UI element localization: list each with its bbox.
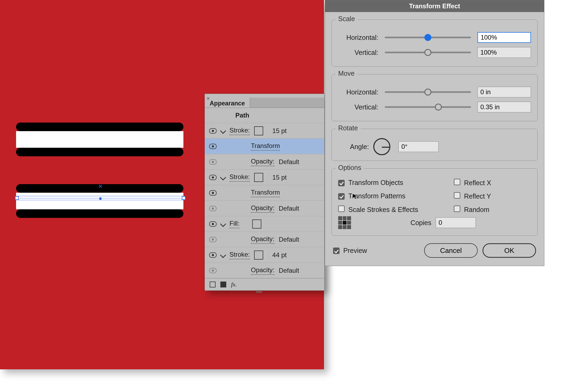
- scale-legend: Scale: [336, 15, 358, 23]
- angle-field[interactable]: [398, 141, 439, 152]
- appearance-row-transform[interactable]: Transform: [205, 185, 324, 200]
- stroke-label[interactable]: Stroke:: [229, 127, 250, 135]
- chevron-down-icon[interactable]: [220, 221, 226, 227]
- opacity-label[interactable]: Opacity:: [251, 158, 274, 166]
- scale-v-label: Vertical:: [338, 49, 378, 56]
- effect-transform-label[interactable]: Transform: [251, 189, 280, 197]
- scale-v-slider[interactable]: [385, 52, 471, 53]
- shape-bottom-selected[interactable]: [16, 184, 183, 218]
- scale-h-label: Horizontal:: [338, 34, 378, 41]
- visibility-icon[interactable]: [209, 252, 217, 258]
- rotate-legend: Rotate: [336, 124, 361, 132]
- fx-menu-icon[interactable]: fx.: [231, 281, 237, 288]
- close-icon[interactable]: ×: [206, 95, 210, 102]
- selection-bounds[interactable]: [17, 196, 184, 200]
- stroke-weight[interactable]: 15 pt: [272, 174, 287, 181]
- visibility-icon[interactable]: [209, 144, 217, 149]
- shape-top: [16, 123, 183, 156]
- scale-group: Scale Horizontal: Vertical:: [331, 20, 538, 67]
- cancel-button[interactable]: Cancel: [424, 243, 478, 258]
- visibility-icon[interactable]: [209, 175, 217, 180]
- opt-random[interactable]: Random: [454, 206, 531, 214]
- move-v-field[interactable]: [477, 102, 531, 112]
- move-v-slider[interactable]: [385, 106, 471, 108]
- opt-reflect-y[interactable]: Reflect Y: [454, 192, 531, 200]
- angle-label: Angle:: [350, 143, 369, 151]
- opacity-value: Default: [279, 158, 299, 166]
- no-fill-icon[interactable]: [210, 282, 216, 287]
- visibility-icon[interactable]: [209, 128, 217, 134]
- appearance-row-opacity[interactable]: Opacity: Default: [205, 154, 324, 169]
- opt-scale-strokes[interactable]: Scale Strokes & Effects: [338, 206, 454, 214]
- appearance-panel[interactable]: × Appearance Path Stroke: 15 pt Transfor…: [205, 94, 325, 291]
- opacity-label[interactable]: Opacity:: [251, 266, 274, 275]
- chevron-down-icon[interactable]: [220, 174, 226, 180]
- stroke-label[interactable]: Stroke:: [229, 251, 250, 259]
- visibility-icon[interactable]: [209, 159, 217, 165]
- visibility-icon[interactable]: [209, 206, 217, 211]
- selection-handle-left[interactable]: [15, 196, 19, 200]
- opt-transform-objects[interactable]: Transform Objects: [338, 179, 454, 187]
- move-group: Move Horizontal: Vertical:: [331, 74, 538, 121]
- visibility-icon[interactable]: [209, 190, 217, 196]
- appearance-target: Path: [205, 108, 324, 123]
- solid-fill-icon[interactable]: [220, 282, 226, 287]
- visibility-icon[interactable]: [209, 221, 217, 227]
- tab-blank[interactable]: [250, 98, 324, 108]
- fill-label[interactable]: Fill:: [229, 220, 239, 228]
- visibility-icon[interactable]: [209, 268, 217, 273]
- stroke-label[interactable]: Stroke:: [229, 173, 250, 182]
- effect-transform-label[interactable]: Transform: [251, 142, 280, 151]
- selection-handle-right[interactable]: [182, 196, 186, 200]
- scale-h-field[interactable]: [477, 32, 531, 43]
- move-h-slider[interactable]: [385, 91, 471, 93]
- stroke-swatch[interactable]: [254, 173, 263, 182]
- scale-h-slider[interactable]: [385, 37, 471, 38]
- stroke-swatch[interactable]: [254, 126, 263, 135]
- move-h-label: Horizontal:: [338, 88, 378, 96]
- appearance-row-stroke[interactable]: Stroke: 15 pt: [205, 123, 324, 138]
- opt-transform-patterns[interactable]: Transform Patterns: [338, 192, 454, 200]
- appearance-row-opacity[interactable]: Opacity: Default: [205, 232, 324, 247]
- copies-field[interactable]: [436, 217, 476, 228]
- chevron-down-icon[interactable]: [220, 128, 226, 134]
- stroke-weight[interactable]: 15 pt: [272, 127, 287, 135]
- chevron-down-icon[interactable]: [220, 252, 226, 258]
- selection-anchor-center[interactable]: [99, 197, 102, 200]
- opacity-label[interactable]: Opacity:: [251, 204, 274, 213]
- tab-appearance[interactable]: Appearance: [205, 98, 250, 108]
- scale-v-field[interactable]: [477, 47, 531, 58]
- panel-resize-grip[interactable]: ||||||||||||||: [256, 290, 273, 293]
- copies-label: Copies: [410, 219, 431, 227]
- opt-reflect-x[interactable]: Reflect X: [454, 179, 531, 187]
- options-legend: Options: [336, 164, 364, 172]
- move-v-label: Vertical:: [338, 103, 378, 111]
- appearance-row-stroke[interactable]: Stroke: 44 pt: [205, 247, 324, 263]
- transform-effect-dialog[interactable]: Transform Effect Scale Horizontal: Verti…: [325, 0, 544, 266]
- dialog-title: Transform Effect: [325, 0, 544, 12]
- preview-checkbox[interactable]: Preview: [333, 247, 367, 255]
- appearance-row-opacity[interactable]: Opacity: Default: [205, 200, 324, 216]
- registration-point[interactable]: [338, 216, 351, 229]
- opacity-value: Default: [279, 267, 299, 274]
- opacity-value: Default: [279, 236, 299, 243]
- appearance-footer: fx. ||||||||||||||: [205, 278, 324, 290]
- move-legend: Move: [336, 70, 357, 77]
- options-group: Options Transform Objects Reflect X Tran…: [331, 168, 538, 236]
- angle-dial[interactable]: [373, 138, 390, 155]
- ok-button[interactable]: OK: [483, 243, 536, 258]
- appearance-row-transform[interactable]: Transform: [205, 138, 324, 154]
- visibility-icon[interactable]: [209, 237, 217, 242]
- fill-swatch[interactable]: [252, 219, 261, 229]
- rotate-group: Rotate Angle:: [331, 129, 538, 161]
- appearance-row-opacity[interactable]: Opacity: Default: [205, 263, 324, 278]
- appearance-row-stroke[interactable]: Stroke: 15 pt: [205, 169, 324, 185]
- stroke-weight[interactable]: 44 pt: [272, 251, 287, 259]
- move-h-field[interactable]: [477, 87, 531, 97]
- opacity-value: Default: [279, 205, 299, 212]
- anchor-x-icon: [99, 184, 102, 188]
- opacity-label[interactable]: Opacity:: [251, 235, 274, 244]
- appearance-row-fill[interactable]: Fill:: [205, 216, 324, 232]
- stroke-swatch[interactable]: [254, 251, 263, 260]
